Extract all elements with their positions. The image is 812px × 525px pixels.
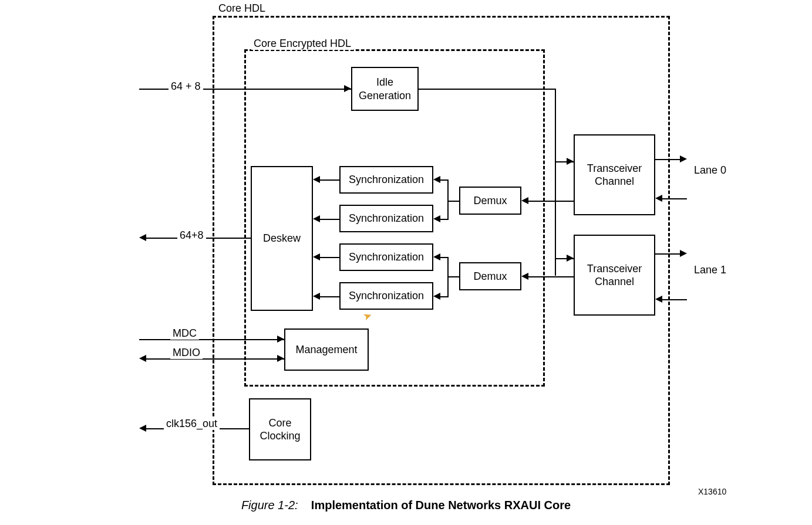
line-sync3-deskew (317, 257, 339, 258)
signal-clk: clk156_out (164, 418, 220, 430)
core-clocking-block: Core Clocking (249, 398, 311, 460)
sync-block-2: Synchronization (339, 205, 433, 232)
arrow-sync3-deskew (313, 253, 320, 260)
arrow-demux1-sync1 (433, 176, 440, 183)
core-encrypted-hdl-label: Core Encrypted HDL (251, 38, 353, 50)
arrow-demux2-sync3 (433, 253, 440, 260)
sync-block-4: Synchronization (339, 282, 433, 310)
line-mdio (146, 358, 284, 360)
arrow-lane1-in (655, 296, 662, 303)
transceiver-channel-1: Transceiver Channel (574, 235, 655, 316)
line-demux2-stub (447, 276, 459, 277)
line-lane0-in (662, 198, 687, 199)
demux-block-1: Demux (459, 187, 521, 215)
arrow-in-top (344, 85, 351, 92)
arrow-to-trans0 (567, 158, 574, 165)
arrow-lane0-in (655, 195, 662, 202)
deskew-block: Deskew (251, 166, 313, 311)
line-bus-vert (555, 89, 556, 276)
figure-reference-id: X13610 (696, 487, 729, 496)
figure-title: Implementation of Dune Networks RXAUI Co… (311, 499, 571, 512)
demux-block-2: Demux (459, 262, 521, 290)
arrow-trans0-demux (521, 197, 528, 204)
arrow-sync4-deskew (313, 293, 320, 300)
signal-mdc: MDC (170, 327, 199, 340)
line-idle-out (419, 89, 555, 90)
figure-caption: Figure 1-2: Implementation of Dune Netwo… (0, 499, 812, 512)
arrow-mdio-left (139, 355, 146, 362)
line-lane1-out (655, 253, 681, 255)
management-block: Management (284, 328, 369, 371)
signal-in-top: 64 + 8 (169, 80, 203, 93)
line-mdc (139, 339, 284, 340)
arrow-demux1-sync2 (433, 215, 440, 222)
arrow-lane0-out (680, 155, 687, 162)
arrow-lane1-out (680, 250, 687, 257)
arrow-sync1-deskew (313, 176, 320, 183)
line-lane0-out (655, 159, 681, 160)
sync-block-3: Synchronization (339, 243, 433, 271)
sync-block-1: Synchronization (339, 166, 433, 194)
arrow-to-trans1 (567, 255, 574, 262)
arrow-sync2-deskew (313, 215, 320, 222)
line-sync1-deskew (317, 179, 339, 181)
arrow-deskew-out (139, 234, 146, 241)
line-sync4-deskew (317, 296, 339, 297)
line-demux1-split (447, 179, 449, 219)
transceiver-channel-0: Transceiver Channel (574, 134, 655, 215)
line-trans0-out (538, 201, 574, 202)
line-sync2-deskew (317, 219, 339, 220)
arrow-demux2-sync4 (433, 293, 440, 300)
idle-generation-block: Idle Generation (351, 67, 419, 111)
lane0-label: Lane 0 (692, 164, 729, 177)
line-trans1-out (538, 276, 574, 277)
core-hdl-label: Core HDL (216, 2, 268, 15)
diagram-canvas: Core HDL Core Encrypted HDL Idle Generat… (0, 0, 812, 525)
figure-number: Figure 1-2: (241, 499, 298, 512)
line-lane1-in (662, 299, 687, 300)
arrow-trans1-demux (521, 273, 528, 280)
signal-out-deskew: 64+8 (177, 229, 206, 242)
arrow-clk (139, 425, 146, 432)
line-demux1-stub (447, 201, 459, 202)
arrow-mdio-right (277, 355, 284, 362)
signal-mdio: MDIO (170, 347, 203, 359)
lane1-label: Lane 1 (692, 264, 729, 276)
arrow-mdc (277, 336, 284, 343)
